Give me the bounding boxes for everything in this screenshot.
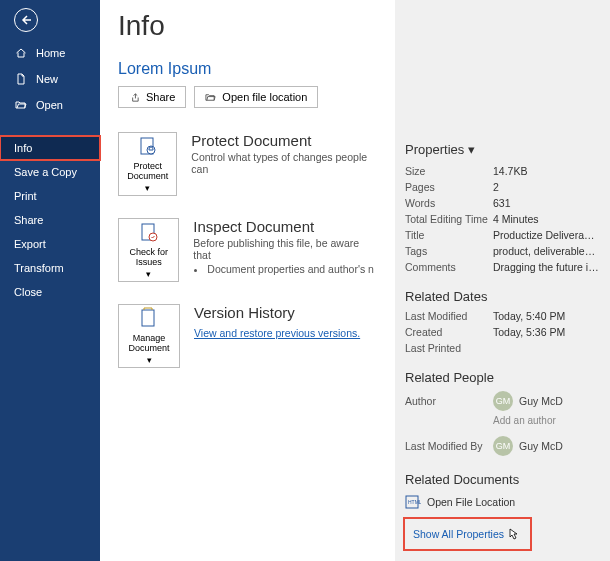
arrow-left-icon (20, 14, 32, 26)
sidebar-item-label: Close (14, 286, 42, 298)
avatar: GM (493, 391, 513, 411)
prop-created: CreatedToday, 5:36 PM (405, 324, 600, 340)
avatar: GM (493, 436, 513, 456)
prop-last-printed: Last Printed (405, 340, 600, 356)
sidebar-item-label: Export (14, 238, 46, 250)
sidebar-item-label: Home (36, 47, 65, 59)
html-file-icon: HTML (405, 495, 421, 509)
related-dates-header: Related Dates (405, 289, 600, 304)
document-title: Lorem Ipsum (118, 60, 377, 78)
sidebar-item-info[interactable]: Info (0, 136, 100, 160)
version-history-title: Version History (194, 304, 360, 321)
sidebar-item-new[interactable]: New (0, 66, 100, 92)
protect-document-title: Protect Document (191, 132, 377, 149)
sidebar-item-save-copy[interactable]: Save a Copy (0, 160, 100, 184)
prop-words: Words631 (405, 195, 600, 211)
sidebar-item-close[interactable]: Close (0, 280, 100, 304)
folder-open-icon (205, 92, 216, 103)
prop-size: Size14.7KB (405, 163, 600, 179)
sidebar-item-share[interactable]: Share (0, 208, 100, 232)
inspect-document-title: Inspect Document (193, 218, 377, 235)
related-people-header: Related People (405, 370, 600, 385)
share-icon (129, 92, 140, 103)
protect-document-tile[interactable]: Protect Document ▾ (118, 132, 177, 196)
inspect-document-icon (136, 221, 162, 245)
backstage-sidebar: Home New Open Info Save a Copy Print Sha… (0, 0, 100, 561)
add-author-link[interactable]: Add an author (405, 415, 600, 426)
check-issues-tile[interactable]: Check for Issues ▾ (118, 218, 179, 282)
show-all-properties-link[interactable]: Show All Properties (409, 521, 526, 547)
sidebar-item-label: Save a Copy (14, 166, 77, 178)
folder-open-icon (14, 98, 28, 112)
properties-header[interactable]: Properties ▾ (405, 142, 600, 157)
prop-tags[interactable]: Tagsproduct, deliverables, opti… (405, 243, 600, 259)
sidebar-item-label: Share (14, 214, 43, 226)
manage-document-icon (136, 307, 162, 331)
open-file-location-button[interactable]: Open file location (194, 86, 318, 108)
sidebar-item-home[interactable]: Home (0, 40, 100, 66)
chevron-down-icon: ▾ (146, 269, 151, 279)
last-modified-by-row: Last Modified By GM Guy McD (405, 434, 600, 458)
prop-title[interactable]: TitleProductize Deliverables (405, 227, 600, 243)
properties-panel: Properties ▾ Size14.7KB Pages2 Words631 … (395, 0, 610, 561)
home-icon (14, 46, 28, 60)
new-doc-icon (14, 72, 28, 86)
sidebar-item-label: Info (14, 142, 32, 154)
sidebar-item-transform[interactable]: Transform (0, 256, 100, 280)
prop-comments[interactable]: CommentsDragging the future into n… (405, 259, 600, 275)
sidebar-item-label: Transform (14, 262, 64, 274)
manage-document-tile[interactable]: Manage Document ▾ (118, 304, 180, 368)
open-file-location-link[interactable]: HTML Open File Location (405, 491, 600, 513)
prop-last-modified: Last ModifiedToday, 5:40 PM (405, 308, 600, 324)
sidebar-item-print[interactable]: Print (0, 184, 100, 208)
author-row: Author GM Guy McD (405, 389, 600, 413)
sidebar-item-open[interactable]: Open (0, 92, 100, 118)
cursor-icon (508, 527, 522, 541)
sidebar-item-label: New (36, 73, 58, 85)
info-main: Info Lorem Ipsum Share Open file locatio… (100, 0, 395, 561)
sidebar-item-export[interactable]: Export (0, 232, 100, 256)
prop-pages: Pages2 (405, 179, 600, 195)
sidebar-item-label: Print (14, 190, 37, 202)
chevron-down-icon: ▾ (147, 355, 152, 365)
version-history-link[interactable]: View and restore previous versions. (194, 327, 360, 339)
related-documents-header: Related Documents (405, 472, 600, 487)
chevron-down-icon: ▾ (468, 142, 475, 157)
svg-text:HTML: HTML (408, 499, 421, 505)
prop-edit-time: Total Editing Time4 Minutes (405, 211, 600, 227)
inspect-document-desc: Before publishing this file, be aware th… (193, 237, 377, 261)
back-button[interactable] (14, 8, 38, 32)
chevron-down-icon: ▾ (145, 183, 150, 193)
share-button[interactable]: Share (118, 86, 186, 108)
sidebar-item-label: Open (36, 99, 63, 111)
inspect-bullet: Document properties and author's n (207, 263, 377, 275)
lock-document-icon (135, 135, 161, 159)
page-title: Info (118, 10, 377, 42)
svg-rect-4 (142, 310, 154, 326)
protect-document-desc: Control what types of changes people can (191, 151, 377, 175)
